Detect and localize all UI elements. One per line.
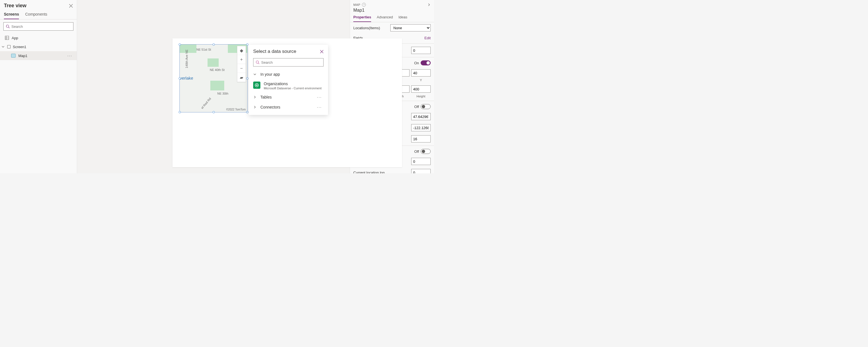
prop-current-longitude-label: Current location lon... <box>353 170 411 174</box>
more-icon[interactable]: ··· <box>317 105 323 109</box>
svg-point-0 <box>6 25 9 28</box>
prop-current-latitude-input[interactable] <box>411 158 431 165</box>
chevron-right-icon <box>253 95 257 99</box>
map-zoom-out-button[interactable]: − <box>237 64 246 73</box>
tree-item-map1[interactable]: Map1 ··· <box>0 51 77 60</box>
data-source-popup: Select a data source In your app Organiz… <box>249 45 328 115</box>
ds-section-tables[interactable]: Tables ··· <box>249 92 328 102</box>
tab-screens[interactable]: Screens <box>4 12 19 19</box>
svg-point-1 <box>256 61 259 63</box>
map-pitch-button[interactable]: ▰ <box>237 73 246 82</box>
chevron-right-icon[interactable] <box>427 3 431 6</box>
ds-section-in-your-app[interactable]: In your app <box>249 69 328 79</box>
prop-size-height-input[interactable] <box>411 86 431 93</box>
tab-ideas[interactable]: Ideas <box>398 15 407 22</box>
tree-item-app[interactable]: App <box>0 33 77 42</box>
search-icon <box>6 25 10 28</box>
prop-visible-toggle[interactable] <box>421 60 431 65</box>
chevron-down-icon <box>253 73 257 76</box>
tree-item-screen1[interactable]: Screen1 <box>0 42 77 51</box>
more-icon[interactable]: ··· <box>317 95 323 99</box>
tree-item-label: App <box>12 36 18 40</box>
map-viewport[interactable]: NE 51st St NE 40th St NE 30th 148th Ave … <box>180 44 247 112</box>
prop-position-y-input[interactable] <box>411 69 431 76</box>
prop-locations-select[interactable]: None <box>390 24 431 31</box>
prop-default-latitude-input[interactable] <box>411 113 431 120</box>
map-controls: ◆ + − ▰ <box>237 46 246 82</box>
tree-view-title: Tree view <box>4 3 26 9</box>
ds-section-connectors[interactable]: Connectors ··· <box>249 102 328 112</box>
chevron-right-icon <box>253 105 257 109</box>
prop-default-longitude-input[interactable] <box>411 124 431 131</box>
map-control-selected[interactable]: NE 51st St NE 40th St NE 30th 148th Ave … <box>180 44 248 113</box>
prop-show-current-location-toggle[interactable] <box>421 149 431 154</box>
app-icon <box>5 36 9 40</box>
map-zoom-in-button[interactable]: + <box>237 55 246 64</box>
tree-view-panel: Tree view Screens Components App Screen1… <box>0 0 77 174</box>
close-icon[interactable] <box>69 4 73 8</box>
dataverse-icon <box>253 82 260 89</box>
tree-item-label: Map1 <box>18 54 28 58</box>
data-source-search-input[interactable] <box>253 58 323 66</box>
data-source-title: Select a data source <box>253 49 296 54</box>
tree-item-label: Screen1 <box>13 45 26 49</box>
screen-icon <box>7 45 10 49</box>
tree-search-input[interactable] <box>3 22 73 31</box>
canvas[interactable]: NE 51st St NE 40th St NE 30th 148th Ave … <box>77 0 350 174</box>
prop-default-zoom-input[interactable] <box>411 135 431 143</box>
help-icon[interactable]: ? <box>362 3 366 7</box>
tab-components[interactable]: Components <box>25 12 47 19</box>
prop-transparency-input[interactable] <box>411 47 431 54</box>
map-compass-button[interactable]: ◆ <box>237 46 246 55</box>
control-type-label: MAP <box>353 3 360 6</box>
map-icon <box>11 54 16 58</box>
prop-use-default-location-toggle[interactable] <box>421 104 431 109</box>
more-icon[interactable]: ··· <box>67 54 74 58</box>
search-icon <box>256 60 259 64</box>
close-icon[interactable] <box>320 50 323 54</box>
control-name: Map1 <box>350 8 434 15</box>
prop-fields-edit-link[interactable]: Edit <box>425 36 431 40</box>
map-attribution: ©2022 TomTom <box>226 108 246 111</box>
prop-current-longitude-input[interactable] <box>411 169 431 174</box>
tab-advanced[interactable]: Advanced <box>377 15 393 22</box>
chevron-down-icon[interactable] <box>2 45 5 48</box>
ds-item-organizations[interactable]: Organizations Microsoft Dataverse - Curr… <box>249 79 328 92</box>
tab-properties[interactable]: Properties <box>353 15 371 22</box>
prop-locations-label: Locations(Items) <box>353 26 390 30</box>
